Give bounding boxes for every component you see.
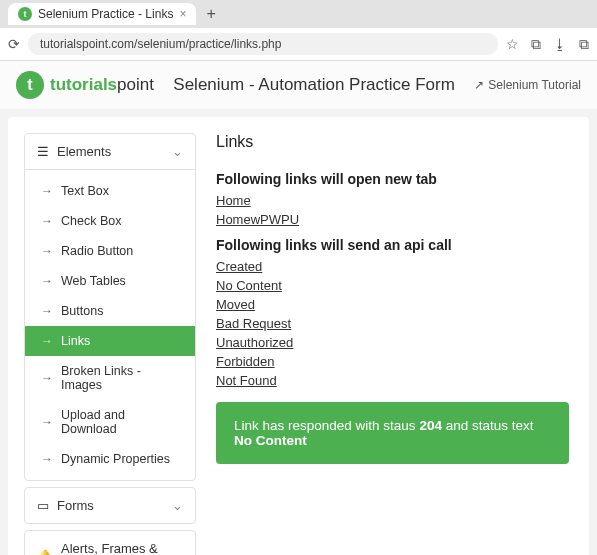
sidebar-item-label: Check Box <box>61 214 121 228</box>
sidebar-item-label: Links <box>61 334 90 348</box>
api-heading: Following links will send an api call <box>216 237 569 253</box>
page-header-title: Selenium - Automation Practice Form <box>173 75 455 95</box>
reload-icon[interactable]: ⟳ <box>8 36 20 52</box>
arrow-right-icon: → <box>41 274 53 288</box>
api-link-no-content[interactable]: No Content <box>216 278 569 293</box>
section-label: Forms <box>57 498 94 513</box>
chevron-down-icon: ⌄ <box>172 144 183 159</box>
sidebar-section-forms[interactable]: ▭Forms⌄ <box>25 488 195 523</box>
new-tab-button[interactable]: + <box>206 5 215 23</box>
sidebar-item-text-box[interactable]: →Text Box <box>25 176 195 206</box>
arrow-right-icon: → <box>41 244 53 258</box>
api-link-unauthorized[interactable]: Unauthorized <box>216 335 569 350</box>
api-link-created[interactable]: Created <box>216 259 569 274</box>
sidebar-item-broken-links-images[interactable]: →Broken Links - Images <box>25 356 195 400</box>
chevron-down-icon: ⌄ <box>172 549 183 556</box>
section-label: Elements <box>57 144 111 159</box>
api-link-forbidden[interactable]: Forbidden <box>216 354 569 369</box>
chevron-down-icon: ⌄ <box>172 498 183 513</box>
browser-tab[interactable]: t Selenium Practice - Links × <box>8 3 196 25</box>
sidebar-item-label: Broken Links - Images <box>61 364 179 392</box>
arrow-right-icon: → <box>41 452 53 466</box>
page-title: Links <box>216 133 569 151</box>
sidebar-item-radio-button[interactable]: →Radio Button <box>25 236 195 266</box>
sidebar-item-check-box[interactable]: →Check Box <box>25 206 195 236</box>
arrow-right-icon: → <box>41 304 53 318</box>
sidebar-item-label: Text Box <box>61 184 109 198</box>
sidebar-item-web-tables[interactable]: →Web Tables <box>25 266 195 296</box>
status-message: Link has responded with staus 204 and st… <box>216 402 569 464</box>
logo-icon: t <box>16 71 44 99</box>
sidebar-item-label: Buttons <box>61 304 103 318</box>
api-link-moved[interactable]: Moved <box>216 297 569 312</box>
api-link-not-found[interactable]: Not Found <box>216 373 569 388</box>
arrow-right-icon: → <box>41 214 53 228</box>
arrow-right-icon: → <box>41 334 53 348</box>
logo-text: tutorialspoint <box>50 75 154 95</box>
external-icon: ↗ <box>474 78 484 92</box>
sidebar-item-label: Radio Button <box>61 244 133 258</box>
newtab-link-homewpwpu[interactable]: HomewPWPU <box>216 212 569 227</box>
sidebar-item-upload-and-download[interactable]: →Upload and Download <box>25 400 195 444</box>
tutorial-link-text: Selenium Tutorial <box>488 78 581 92</box>
section-label: Alerts, Frames & Windows <box>61 541 172 555</box>
tutorial-link[interactable]: ↗Selenium Tutorial <box>474 78 581 92</box>
download-icon[interactable]: ⭳ <box>553 36 567 53</box>
status-text: No Content <box>234 433 307 448</box>
sidebar-section-alerts-frames-windows[interactable]: 🔔Alerts, Frames & Windows⌄ <box>25 531 195 555</box>
newtab-link-home[interactable]: Home <box>216 193 569 208</box>
address-bar[interactable]: tutorialspoint.com/selenium/practice/lin… <box>28 33 498 55</box>
copy-icon[interactable]: ⧉ <box>579 36 589 53</box>
sidebar: ☰Elements⌄→Text Box→Check Box→Radio Butt… <box>24 133 196 555</box>
url-text: tutorialspoint.com/selenium/practice/lin… <box>40 37 281 51</box>
sidebar-item-links[interactable]: →Links <box>25 326 195 356</box>
logo[interactable]: t tutorialspoint <box>16 71 154 99</box>
tab-title: Selenium Practice - Links <box>38 7 173 21</box>
form-icon: ▭ <box>37 498 49 513</box>
arrow-right-icon: → <box>41 184 53 198</box>
status-mid: and status text <box>442 418 534 433</box>
close-tab-icon[interactable]: × <box>179 7 186 21</box>
status-code: 204 <box>419 418 442 433</box>
sidebar-item-label: Upload and Download <box>61 408 179 436</box>
sidebar-item-dynamic-properties[interactable]: →Dynamic Properties <box>25 444 195 474</box>
api-link-bad-request[interactable]: Bad Request <box>216 316 569 331</box>
sidebar-section-elements[interactable]: ☰Elements⌄ <box>25 134 195 170</box>
status-prefix: Link has responded with staus <box>234 418 419 433</box>
bell-icon: 🔔 <box>37 549 53 556</box>
extensions-icon[interactable]: ⧉ <box>531 36 541 53</box>
arrow-right-icon: → <box>41 415 53 429</box>
newtab-heading: Following links will open new tab <box>216 171 569 187</box>
sidebar-item-label: Dynamic Properties <box>61 452 170 466</box>
star-icon[interactable]: ☆ <box>506 36 519 53</box>
favicon-icon: t <box>18 7 32 21</box>
arrow-right-icon: → <box>41 371 53 385</box>
sidebar-item-buttons[interactable]: →Buttons <box>25 296 195 326</box>
sidebar-item-label: Web Tables <box>61 274 126 288</box>
menu-icon: ☰ <box>37 144 49 159</box>
